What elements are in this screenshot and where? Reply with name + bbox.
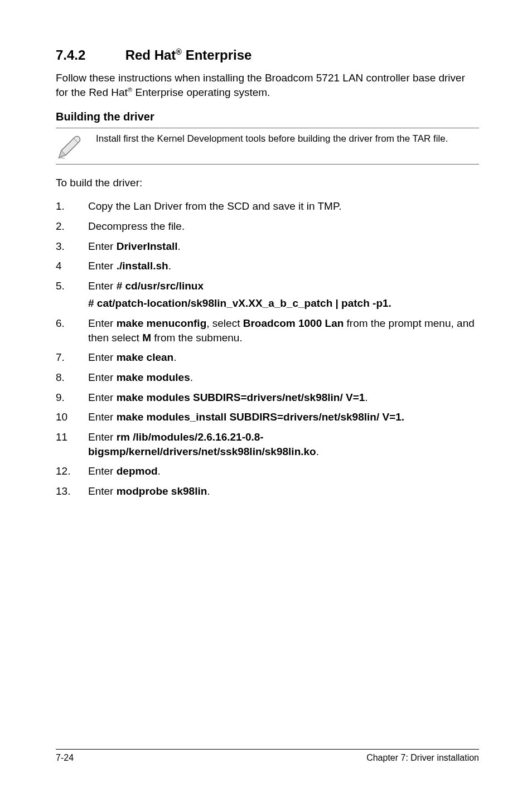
bold-text: depmod [117, 465, 158, 477]
step-number: 10 [56, 410, 88, 424]
step-item: 13.Enter modprobe sk98lin. [56, 484, 479, 499]
steps-list: 1.Copy the Lan Driver from the SCD and s… [56, 199, 479, 498]
step-body: Decompress the file. [88, 219, 479, 234]
step-item: 6.Enter make menuconfig, select Broadcom… [56, 316, 479, 345]
step-item: 10Enter make modules_install SUBDIRS=dri… [56, 410, 479, 424]
bold-text: # cat/patch-location/sk98lin_vX.XX_a_b_c… [88, 297, 391, 309]
step-body: Enter DriverInstall. [88, 239, 479, 254]
bold-text: ./install.sh [117, 260, 168, 272]
step-item: 7.Enter make clean. [56, 350, 479, 365]
step-body: Enter make modules. [88, 370, 479, 385]
lead-text: To build the driver: [56, 177, 479, 189]
footer-chapter: Chapter 7: Driver installation [366, 753, 479, 763]
section-title-post: Enterprise [182, 47, 252, 62]
intro-sup: ® [128, 86, 132, 93]
step-number: 3. [56, 239, 88, 254]
step-item: 4Enter ./install.sh. [56, 259, 479, 273]
step-body: Enter make modules_install SUBDIRS=drive… [88, 410, 479, 424]
bold-text: make modules SUBDIRS=drivers/net/sk98lin… [117, 392, 365, 403]
step-item: 1.Copy the Lan Driver from the SCD and s… [56, 199, 479, 214]
step-number: 2. [56, 219, 88, 234]
step-number: 9. [56, 390, 88, 405]
step-item: 5.Enter # cd/usr/src/linux# cat/patch-lo… [56, 279, 479, 311]
step-number: 1. [56, 199, 88, 214]
bold-text: modprobe sk98lin [117, 485, 207, 497]
step-number: 8. [56, 370, 88, 385]
step-item: 12.Enter depmod. [56, 464, 479, 479]
step-number: 5. [56, 279, 88, 311]
step-subline: # cat/patch-location/sk98lin_vX.XX_a_b_c… [88, 296, 479, 311]
footer-page-number: 7-24 [56, 753, 74, 763]
step-item: 9.Enter make modules SUBDIRS=drivers/net… [56, 390, 479, 405]
section-title-sup: ® [176, 47, 182, 56]
step-number: 6. [56, 316, 88, 345]
section-title-pre: Red Hat [125, 47, 176, 62]
step-body: Enter make clean. [88, 350, 479, 365]
step-item: 11Enter rm /lib/modules/2.6.16.21-0.8-bi… [56, 430, 479, 458]
bold-text: rm /lib/modules/2.6.16.21-0.8-bigsmp/ker… [88, 431, 316, 457]
step-body: Enter # cd/usr/src/linux# cat/patch-loca… [88, 279, 479, 311]
intro-paragraph: Follow these instructions when installin… [56, 71, 479, 99]
step-number: 12. [56, 464, 88, 479]
note-block: Install first the Kernel Development too… [56, 128, 479, 165]
page-footer: 7-24 Chapter 7: Driver installation [56, 749, 479, 763]
step-body: Enter modprobe sk98lin. [88, 484, 479, 499]
section-number: 7.4.2 [56, 47, 122, 63]
step-body: Enter rm /lib/modules/2.6.16.21-0.8-bigs… [88, 430, 479, 458]
step-body: Enter make menuconfig, select Broadcom 1… [88, 316, 479, 345]
step-number: 4 [56, 259, 88, 273]
section-heading: 7.4.2 Red Hat® Enterprise [56, 47, 479, 63]
bold-text: # cd/usr/src/linux [117, 280, 204, 292]
bold-text: make menuconfig [117, 317, 207, 329]
bold-text: Broadcom 1000 Lan [243, 317, 344, 329]
step-body: Enter ./install.sh. [88, 259, 479, 273]
bold-text: make modules [117, 371, 190, 383]
step-item: 3.Enter DriverInstall. [56, 239, 479, 254]
pencil-note-icon [56, 133, 83, 160]
step-number: 13. [56, 484, 88, 499]
step-number: 7. [56, 350, 88, 365]
step-body: Enter make modules SUBDIRS=drivers/net/s… [88, 390, 479, 405]
step-body: Enter depmod. [88, 464, 479, 479]
step-item: 8.Enter make modules. [56, 370, 479, 385]
intro-text-2: Enterprise operating system. [132, 86, 270, 98]
note-text: Install first the Kernel Development too… [96, 133, 448, 146]
step-body: Copy the Lan Driver from the SCD and sav… [88, 199, 479, 214]
subheading: Building the driver [56, 110, 479, 123]
bold-text: M [142, 332, 151, 344]
bold-text: DriverInstall [117, 240, 178, 252]
bold-text: make clean [117, 351, 173, 363]
step-item: 2.Decompress the file. [56, 219, 479, 234]
step-number: 11 [56, 430, 88, 458]
bold-text: make modules_install SUBDIRS=drivers/net… [117, 411, 404, 423]
